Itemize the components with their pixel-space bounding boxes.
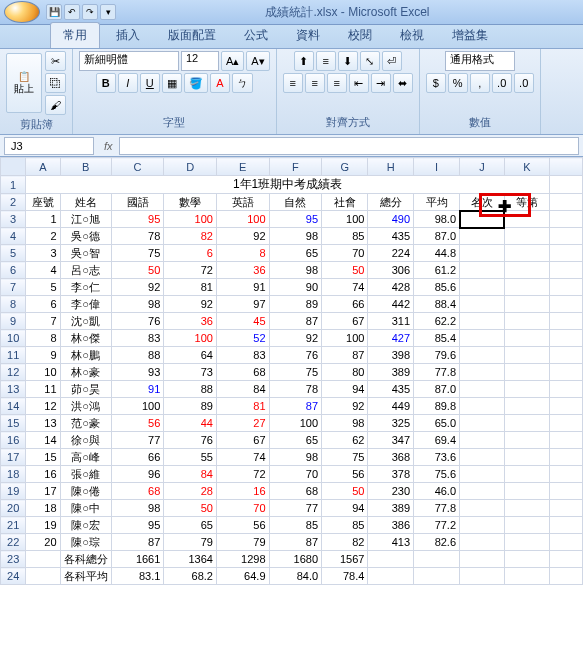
cell[interactable] — [504, 500, 549, 517]
office-button[interactable] — [4, 1, 40, 23]
fill-color-button[interactable]: 🪣 — [184, 73, 208, 93]
tab-增益集[interactable]: 增益集 — [440, 23, 500, 48]
cell[interactable]: 389 — [368, 364, 414, 381]
cell[interactable]: 3 — [26, 245, 60, 262]
cell[interactable]: 50 — [164, 500, 217, 517]
header-cell[interactable]: 總分 — [368, 194, 414, 211]
currency-button[interactable]: $ — [426, 73, 446, 93]
cell[interactable]: 2 — [26, 228, 60, 245]
merge-button[interactable]: ⬌ — [393, 73, 413, 93]
row-header-8[interactable]: 8 — [1, 296, 26, 313]
cell[interactable]: 97 — [216, 296, 269, 313]
cell[interactable]: 347 — [368, 432, 414, 449]
tab-插入[interactable]: 插入 — [104, 23, 152, 48]
cell[interactable]: 9 — [26, 347, 60, 364]
align-right-button[interactable]: ≡ — [327, 73, 347, 93]
cell[interactable]: 50 — [322, 483, 368, 500]
cell[interactable]: 84 — [164, 466, 217, 483]
decrease-font-button[interactable]: A▾ — [246, 51, 269, 71]
cell[interactable]: 88 — [111, 347, 164, 364]
cell[interactable]: 398 — [368, 347, 414, 364]
cell[interactable] — [460, 330, 505, 347]
cell[interactable] — [504, 483, 549, 500]
cell[interactable]: 1298 — [216, 551, 269, 568]
cell[interactable]: 78 — [111, 228, 164, 245]
cell[interactable]: 386 — [368, 517, 414, 534]
cell[interactable]: 90 — [269, 279, 322, 296]
row-header-16[interactable]: 16 — [1, 432, 26, 449]
cell[interactable]: 72 — [216, 466, 269, 483]
cell[interactable]: 85 — [322, 517, 368, 534]
cell[interactable] — [504, 347, 549, 364]
cell[interactable] — [504, 398, 549, 415]
cell[interactable]: 82 — [322, 534, 368, 551]
cell[interactable] — [504, 245, 549, 262]
cell[interactable]: 85 — [322, 228, 368, 245]
cell[interactable]: 73.6 — [414, 449, 460, 466]
cell[interactable]: 56 — [111, 415, 164, 432]
cell[interactable]: 75 — [111, 245, 164, 262]
col-header-I[interactable]: I — [414, 158, 460, 176]
cell[interactable]: 70 — [216, 500, 269, 517]
cell[interactable]: 87 — [269, 534, 322, 551]
cell[interactable]: 92 — [322, 398, 368, 415]
cell[interactable]: 311 — [368, 313, 414, 330]
cell[interactable]: 陳○中 — [60, 500, 111, 517]
cell[interactable]: 89.8 — [414, 398, 460, 415]
cell[interactable]: 73 — [164, 364, 217, 381]
col-header-H[interactable]: H — [368, 158, 414, 176]
col-header-F[interactable]: F — [269, 158, 322, 176]
cell[interactable]: 62.2 — [414, 313, 460, 330]
cell[interactable] — [504, 534, 549, 551]
fx-icon[interactable]: fx — [104, 140, 113, 152]
cell[interactable]: 72 — [164, 262, 217, 279]
cell[interactable] — [460, 466, 505, 483]
cell[interactable]: 16 — [26, 466, 60, 483]
cell[interactable] — [504, 517, 549, 534]
cell[interactable]: 11 — [26, 381, 60, 398]
comma-button[interactable]: , — [470, 73, 490, 93]
cell[interactable] — [460, 364, 505, 381]
cell[interactable]: 45 — [216, 313, 269, 330]
row-header-18[interactable]: 18 — [1, 466, 26, 483]
font-size-select[interactable]: 12 — [181, 51, 219, 71]
undo-icon[interactable]: ↶ — [64, 4, 80, 20]
cell[interactable]: 92 — [164, 296, 217, 313]
cell[interactable]: 368 — [368, 449, 414, 466]
cell[interactable]: 1680 — [269, 551, 322, 568]
row-header-2[interactable]: 2 — [1, 194, 26, 211]
cell[interactable]: 52 — [216, 330, 269, 347]
decrease-decimal-button[interactable]: .0 — [514, 73, 534, 93]
row-header-14[interactable]: 14 — [1, 398, 26, 415]
tab-資料[interactable]: 資料 — [284, 23, 332, 48]
cell[interactable]: 442 — [368, 296, 414, 313]
cell[interactable] — [504, 381, 549, 398]
cell[interactable]: 高○峰 — [60, 449, 111, 466]
cell[interactable] — [460, 279, 505, 296]
cell[interactable]: 81 — [216, 398, 269, 415]
cell[interactable]: 87.0 — [414, 228, 460, 245]
cell[interactable] — [460, 415, 505, 432]
cell[interactable]: 96 — [111, 466, 164, 483]
cell[interactable]: 79 — [164, 534, 217, 551]
formula-bar[interactable] — [119, 137, 579, 155]
cell[interactable]: 呂○志 — [60, 262, 111, 279]
save-icon[interactable]: 💾 — [46, 4, 62, 20]
cell[interactable]: 76 — [269, 347, 322, 364]
cell[interactable]: 100 — [216, 211, 269, 228]
cell[interactable]: 張○維 — [60, 466, 111, 483]
cell[interactable] — [504, 262, 549, 279]
cell[interactable] — [460, 228, 505, 245]
col-header-E[interactable]: E — [216, 158, 269, 176]
cell[interactable]: 吳○德 — [60, 228, 111, 245]
cell[interactable]: 江○旭 — [60, 211, 111, 228]
cell[interactable]: 12 — [26, 398, 60, 415]
cell[interactable]: 87.0 — [414, 381, 460, 398]
row-header-19[interactable]: 19 — [1, 483, 26, 500]
cell[interactable]: 55 — [164, 449, 217, 466]
header-cell[interactable]: 國語 — [111, 194, 164, 211]
cell[interactable] — [460, 483, 505, 500]
cell[interactable]: 83 — [216, 347, 269, 364]
cell[interactable]: 77.8 — [414, 500, 460, 517]
cell[interactable]: 65.0 — [414, 415, 460, 432]
